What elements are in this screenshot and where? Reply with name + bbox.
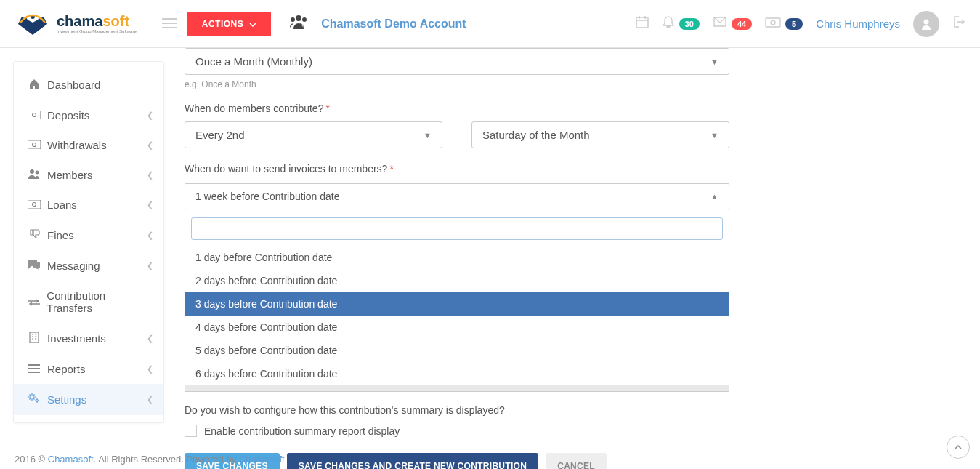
money-icon [27,139,41,151]
sidebar-item-label: Settings [47,393,86,406]
required-icon: * [325,103,329,114]
sidebar-item-reports[interactable]: Reports❮ [14,354,163,384]
sidebar-item-messaging[interactable]: Messaging❮ [14,251,163,281]
wallet-badge: 5 [785,18,803,30]
logout-icon[interactable] [952,15,965,32]
footer-powered-link[interactable]: Chamasoft [239,454,285,465]
sidebar-item-contribution-transfers[interactable]: Contribution Transfers [14,281,163,323]
sidebar-item-label: Messaging [47,260,100,272]
svg-point-14 [30,169,34,174]
invoice-value: 1 week before Contribution date [195,191,339,202]
home-icon [27,78,41,92]
thumbs-down-icon [27,228,41,242]
sidebar-item-investments[interactable]: Investments❮ [14,323,163,354]
chevron-right-icon: ❮ [147,261,153,270]
money-icon [27,199,41,211]
invoice-option[interactable]: 5 days before Contribution date [185,339,729,362]
contribute-label: When do members contribute?* [185,103,973,114]
caret-down-icon: ▼ [424,131,432,140]
users-icon [27,169,41,181]
sidebar-item-label: Withdrawals [47,139,107,151]
frequency-value: Once a Month (Monthly) [195,55,312,68]
bars-icon [27,363,41,375]
caret-up-icon: ▲ [710,192,718,201]
notification-badge: 30 [679,18,700,30]
chat-icon [27,260,41,272]
svg-rect-7 [766,18,780,27]
calendar-button[interactable] [636,15,649,32]
svg-point-13 [33,143,36,147]
cancel-button[interactable]: CANCEL [546,453,607,469]
scroll-top-button[interactable] [947,436,970,459]
menu-toggle-icon[interactable] [162,15,177,32]
messages-button[interactable]: 44 [713,16,752,31]
dropdown-search-input[interactable] [191,217,723,240]
calendar-icon [636,15,649,32]
contribute-weekday-value: Saturday of the Month [482,129,590,141]
gears-icon [27,393,41,406]
logo[interactable]: chamasoft Investment Group Management So… [15,9,137,39]
sidebar-item-label: Fines [47,229,74,241]
invoice-options-list[interactable]: 1 day before Contribution date2 days bef… [185,246,729,391]
account-name[interactable]: Chamasoft Demo Account [321,17,466,31]
header: chamasoft Investment Group Management So… [0,0,980,48]
invoice-option[interactable]: 6 days before Contribution date [185,362,729,385]
summary-question: Do you wish to configure how this contri… [185,404,973,416]
envelope-icon [713,16,727,31]
sidebar-item-deposits[interactable]: Deposits❮ [14,100,163,130]
building-icon [27,332,41,345]
bell-icon [662,15,675,32]
sidebar-item-withdrawals[interactable]: Withdrawals❮ [14,130,163,160]
sidebar-item-dashboard[interactable]: Dashboard [14,69,163,100]
sidebar-item-label: Members [47,169,93,181]
invoice-option[interactable]: 1 week before Contribution date [185,385,729,391]
contribute-weekday-select[interactable]: Saturday of the Month ▼ [471,121,729,148]
wallet-button[interactable]: 5 [765,16,803,31]
sidebar-item-members[interactable]: Members❮ [14,160,163,190]
svg-rect-18 [30,332,39,343]
chevron-down-icon [249,19,256,29]
transfer-icon [27,296,41,308]
footer-brand-link[interactable]: Chamasoft [48,454,94,465]
group-icon[interactable] [289,15,308,33]
svg-rect-6 [636,17,648,28]
chevron-right-icon: ❮ [147,200,153,209]
sidebar-item-label: Dashboard [47,79,100,91]
user-name[interactable]: Chris Humphreys [816,17,900,30]
svg-rect-12 [28,140,41,149]
logo-text-b: soft [102,13,129,29]
main-content: Once a Month (Monthly) ▼ e.g. Once a Mon… [177,48,980,469]
avatar[interactable] [913,11,939,37]
invoice-option[interactable]: 2 days before Contribution date [185,269,729,292]
sidebar-item-fines[interactable]: Fines❮ [14,220,163,251]
svg-rect-16 [28,200,41,209]
frequency-select[interactable]: Once a Month (Monthly) ▼ [185,48,729,75]
svg-point-9 [924,19,929,24]
invoice-option[interactable]: 1 day before Contribution date [185,246,729,269]
chevron-right-icon: ❮ [147,395,153,404]
footer: 2016 © Chamasoft. All Rights Reserved. P… [15,449,285,469]
invoice-select[interactable]: 1 week before Contribution date ▲ [185,183,729,209]
logo-text-a: chama [57,13,102,29]
sidebar-item-settings[interactable]: Settings❮ [14,384,163,415]
save-and-new-button[interactable]: SAVE CHANGES AND CREATE NEW CONTRIBUTION [287,453,538,469]
summary-checkbox[interactable] [185,425,197,437]
actions-button[interactable]: ACTIONS [187,12,272,36]
summary-checkbox-label: Enable contribution summary report displ… [204,425,400,437]
contribute-day-value: Every 2nd [195,129,245,141]
contribute-day-select[interactable]: Every 2nd ▼ [185,121,442,148]
sidebar-item-label: Deposits [47,109,89,121]
invoice-option[interactable]: 4 days before Contribution date [185,316,729,339]
frequency-hint: e.g. Once a Month [185,79,973,89]
logo-subtitle: Investment Group Management Software [57,29,137,33]
svg-rect-10 [28,111,41,119]
invoice-option[interactable]: 3 days before Contribution date [185,292,729,316]
money-icon [27,109,41,121]
chevron-right-icon: ❮ [147,111,153,120]
sidebar-item-loans[interactable]: Loans❮ [14,190,163,220]
svg-point-17 [33,203,36,207]
sidebar: DashboardDeposits❮Withdrawals❮Members❮Lo… [0,48,177,469]
notifications-button[interactable]: 30 [662,15,700,32]
svg-point-20 [36,400,39,402]
svg-point-5 [302,17,307,22]
